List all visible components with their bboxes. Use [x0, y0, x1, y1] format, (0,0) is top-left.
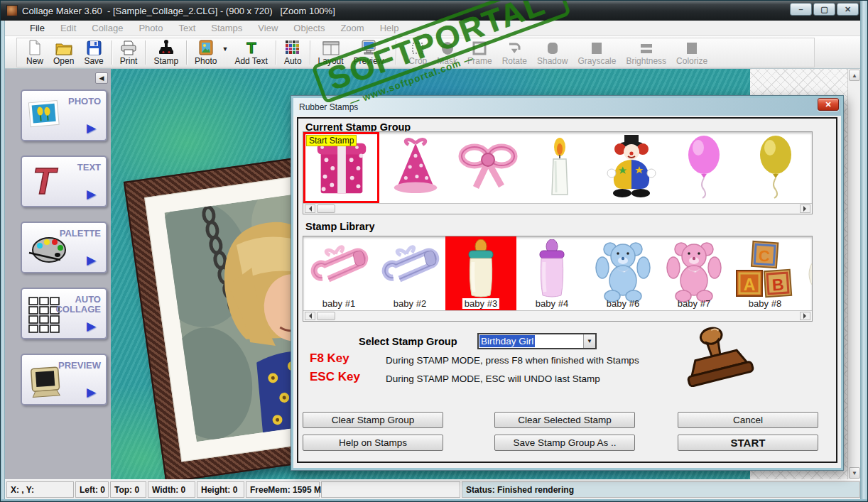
- stamp-yellow-balloon[interactable]: [740, 132, 812, 203]
- party-hat-icon: [388, 135, 443, 200]
- cancel-button[interactable]: Cancel: [678, 412, 818, 428]
- photo-tulips-icon: [28, 99, 62, 135]
- toolbar-separator: [276, 40, 276, 65]
- crop-button: Crop: [403, 38, 432, 67]
- combobox-dropdown-icon[interactable]: ▼: [583, 334, 595, 348]
- close-button[interactable]: ✕: [837, 3, 859, 16]
- start-button[interactable]: START: [678, 435, 818, 451]
- menu-help: Help: [372, 21, 407, 35]
- baby-bottle-icon: [460, 239, 501, 303]
- clear-stamp-group-button[interactable]: Clear Stamp Group: [303, 412, 443, 428]
- scroll-down-icon[interactable]: ▼: [849, 467, 860, 479]
- stamp-button[interactable]: Stamp: [148, 38, 183, 67]
- stamp-library-strip: baby #1 baby #2: [303, 236, 813, 322]
- scrollbar-thumb[interactable]: [317, 204, 335, 213]
- palette-panel-button[interactable]: PALETTE ▶: [21, 222, 107, 273]
- select-stamp-group-label: Select Stamp Group: [359, 336, 465, 347]
- alphabet-blocks-icon: C A B: [734, 239, 796, 303]
- library-stamp-baby1[interactable]: baby #1: [303, 236, 374, 310]
- tool-sidebar: ◀ PHOTO ▶ T TEXT ▶ PALETTE ▶: [5, 69, 111, 479]
- text-panel-button[interactable]: T TEXT ▶: [21, 155, 107, 207]
- app-icon: [6, 5, 18, 16]
- library-stamp-baby8[interactable]: C A B baby #8: [729, 236, 801, 310]
- sidebar-collapse-button[interactable]: ◀: [95, 72, 108, 84]
- library-stamp-baby7[interactable]: baby #7: [658, 236, 729, 310]
- dialog-titlebar[interactable]: Rubber Stamps: [293, 98, 841, 116]
- print-button[interactable]: Print: [115, 38, 143, 67]
- rubber-stamp-illustration: [669, 324, 761, 402]
- library-stamp-baby2[interactable]: baby #2: [374, 236, 445, 310]
- toolbar-separator: [186, 40, 187, 65]
- stamp-pink-balloon[interactable]: [668, 132, 739, 203]
- canvas-vertical-scrollbar[interactable]: ▲ ▼: [847, 69, 860, 479]
- frame-icon: [472, 40, 487, 55]
- preview-panel-button[interactable]: PREVIEW ▶: [21, 354, 107, 405]
- candle-icon: [538, 135, 581, 200]
- minimize-button[interactable]: –: [790, 3, 812, 16]
- layout-button[interactable]: Layout: [313, 38, 349, 67]
- shadow-icon: [546, 40, 560, 55]
- toolbar-separator: [145, 40, 146, 65]
- save-stamp-group-as-button[interactable]: Save Stamp Group As ..: [494, 435, 635, 451]
- svg-text:B: B: [771, 275, 784, 294]
- scroll-left-icon[interactable]: [305, 312, 315, 320]
- help-on-stamps-button[interactable]: Help on Stamps: [303, 435, 443, 451]
- window-title: Collage Maker 3.60 - [Sample_Collage_2.C…: [22, 6, 335, 16]
- status-bar: X: , Y: Left: 0 Top: 0 Width: 0 Height: …: [5, 479, 860, 499]
- add-text-button[interactable]: T Add Text: [229, 38, 272, 67]
- svg-text:T: T: [33, 161, 58, 201]
- auto-grid-icon: [285, 40, 300, 55]
- menu-photo: Photo: [131, 21, 170, 35]
- f8-key-label: F8 Key: [310, 351, 349, 366]
- maximize-button[interactable]: ▢: [813, 3, 835, 16]
- photo-button[interactable]: Photo: [190, 38, 222, 67]
- clear-selected-stamp-button[interactable]: Clear Selected Stamp: [494, 412, 635, 428]
- rubber-stamps-dialog: Rubber Stamps ✕ Current Stamp Group Star…: [291, 95, 844, 471]
- library-stamp-partial[interactable]: [801, 236, 812, 310]
- preview-monitor-icon: [361, 40, 376, 55]
- brightness-button: Brightness: [621, 38, 671, 67]
- current-group-scrollbar[interactable]: [303, 203, 812, 214]
- stamp-library-header: Stamp Library: [305, 221, 375, 232]
- pink-balloon-icon: [682, 133, 726, 202]
- stamp-ribbon-bow[interactable]: [452, 132, 523, 203]
- scroll-right-icon[interactable]: [800, 204, 810, 213]
- menu-file[interactable]: File: [22, 21, 53, 35]
- preview-button[interactable]: Preview: [349, 38, 389, 67]
- esc-key-label: ESC Key: [310, 370, 360, 384]
- library-stamp-baby3[interactable]: baby #3: [445, 236, 516, 310]
- mask-icon: [440, 40, 455, 55]
- auto-button[interactable]: Auto: [279, 38, 307, 67]
- scroll-left-icon[interactable]: [305, 204, 315, 213]
- stamp-party-hat[interactable]: [379, 132, 451, 203]
- stamp-group-selected-value: Birthday Girl: [479, 335, 535, 347]
- menu-text: Text: [170, 21, 203, 35]
- dialog-title: Rubber Stamps: [293, 102, 358, 112]
- photo-panel-button[interactable]: PHOTO ▶: [21, 89, 107, 141]
- window-titlebar[interactable]: Collage Maker 3.60 - [Sample_Collage_2.C…: [1, 1, 868, 21]
- save-button[interactable]: Save: [79, 38, 108, 67]
- library-scrollbar[interactable]: [303, 310, 812, 321]
- current-stamp-group-strip: Start Stamp: [303, 131, 813, 214]
- scroll-up-icon[interactable]: ▲: [849, 70, 860, 81]
- stamp-group-combobox[interactable]: Birthday Girl ▼: [477, 333, 597, 349]
- toolbar-separator: [310, 40, 310, 65]
- new-button[interactable]: New: [21, 38, 48, 67]
- save-floppy-icon: [87, 40, 102, 55]
- scrollbar-thumb[interactable]: [317, 312, 335, 320]
- stamp-gift-box[interactable]: Start Stamp: [303, 132, 379, 203]
- stamp-clown[interactable]: [596, 132, 668, 203]
- svg-text:C: C: [758, 247, 771, 266]
- dialog-close-button[interactable]: ✕: [818, 98, 839, 111]
- library-stamp-baby4[interactable]: baby #4: [516, 236, 587, 310]
- svg-text:A: A: [744, 275, 756, 294]
- library-stamp-baby6[interactable]: baby #6: [587, 236, 658, 310]
- stamp-candle[interactable]: [523, 132, 595, 203]
- auto-collage-panel-button[interactable]: AUTO COLLAGE ▶: [21, 288, 107, 339]
- colorize-icon: [685, 40, 699, 55]
- photo-dropdown-icon[interactable]: ▼: [222, 45, 228, 53]
- rubber-stamp-icon: [158, 40, 175, 55]
- scroll-right-icon[interactable]: [800, 312, 810, 320]
- open-button[interactable]: Open: [48, 38, 79, 67]
- status-top: Top: 0: [110, 481, 146, 498]
